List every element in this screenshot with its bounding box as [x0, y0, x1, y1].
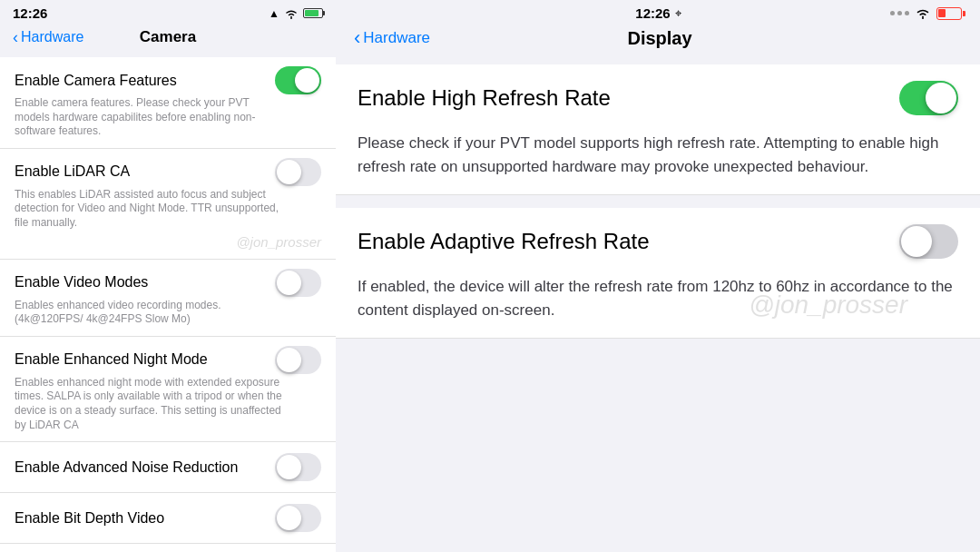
nav-bar-right: ‹ Hardware Display — [336, 25, 980, 57]
toggle-thumb-2 — [277, 271, 301, 295]
feature-label-0: Enable High Refresh Rate — [358, 85, 611, 111]
item-desc-1: This enables LiDAR assisted auto focus a… — [15, 188, 321, 231]
left-panel: 12:26 ▲ ‹ Hardware Camera — [0, 0, 336, 552]
list-item: Enable Camera Features Enable camera fea… — [0, 57, 336, 149]
item-label-1: Enable LiDAR CA — [15, 163, 130, 180]
list-item: Enable Advanced Noise Reduction — [0, 442, 336, 493]
location-icon: ⌖ — [675, 6, 681, 21]
toggle-high-refresh[interactable] — [899, 81, 958, 115]
item-label-3: Enable Enhanced Night Mode — [15, 351, 208, 368]
signal-dots — [890, 11, 909, 15]
spacer-between-features — [336, 197, 980, 208]
status-bar-left: 12:26 ▲ — [0, 0, 336, 25]
toggle-adaptive-refresh[interactable] — [899, 224, 958, 259]
item-desc-3: Enables enhanced night mode with extende… — [15, 376, 321, 432]
chevron-left-icon: ‹ — [13, 28, 18, 47]
feature-label-1: Enable Adaptive Refresh Rate — [358, 229, 650, 254]
right-content: Enable High Refresh Rate Please check if… — [336, 64, 980, 552]
feature-desc-1: If enabled, the device will alter the re… — [336, 275, 980, 339]
list-item: Enable Video Modes Enables enhanced vide… — [0, 260, 336, 337]
feature-card-0: Enable High Refresh Rate Please check if… — [336, 64, 980, 195]
dot-2 — [897, 11, 902, 15]
status-icons-right — [890, 7, 962, 20]
toggle-night-mode[interactable] — [275, 346, 321, 374]
toggle-noise-reduction[interactable] — [275, 453, 321, 481]
back-label-right: Hardware — [363, 29, 430, 47]
toggle-camera-features[interactable] — [275, 66, 321, 94]
page-title-left: Camera — [140, 28, 196, 46]
item-label-2: Enable Video Modes — [15, 274, 148, 291]
list-item: Enable Bit Depth Video — [0, 493, 336, 544]
feature-row-0: Enable High Refresh Rate — [336, 64, 980, 132]
battery-icon-right — [936, 7, 962, 20]
status-icons-left: ▲ — [269, 7, 323, 20]
item-label-0: Enable Camera Features — [15, 73, 177, 89]
list-item: Enable Enhanced Night Mode Enables enhan… — [0, 337, 336, 442]
watermark-left: @jon_prosser — [15, 234, 321, 250]
time-right: 12:26 — [635, 5, 670, 21]
right-panel: 12:26 ⌖ ‹ Hardware Display — [336, 0, 980, 552]
top-spacer — [336, 57, 980, 64]
back-label-left: Hardware — [21, 29, 83, 45]
list-item: Enable LiDAR CA This enables LiDAR assis… — [0, 149, 336, 260]
toggle-thumb-3 — [277, 348, 301, 372]
feature-card-1: Enable Adaptive Refresh Rate If enabled,… — [336, 208, 980, 339]
toggle-bit-depth[interactable] — [275, 504, 321, 532]
back-button-right[interactable]: ‹ Hardware — [354, 26, 430, 50]
toggle-large-thumb-0 — [926, 83, 956, 113]
page-title-right: Display — [430, 28, 962, 49]
toggle-large-thumb-1 — [901, 226, 932, 257]
item-desc-2: Enables enhanced video recording modes. … — [15, 299, 321, 327]
toggle-thumb-4 — [277, 455, 301, 479]
time-left: 12:26 — [13, 5, 47, 21]
list-item: Enable Zoom Capabilites — [0, 544, 336, 552]
battery-fill-right — [938, 9, 946, 17]
toggle-video-modes[interactable] — [275, 269, 321, 297]
chevron-right-back-icon: ‹ — [354, 26, 360, 50]
settings-section: Enable Camera Features Enable camera fea… — [0, 57, 336, 552]
wifi-icon-right — [915, 7, 931, 19]
status-bar-right: 12:26 ⌖ — [336, 0, 980, 25]
settings-list: Enable Camera Features Enable camera fea… — [0, 52, 336, 552]
item-desc-0: Enable camera features. Please check you… — [15, 96, 321, 139]
back-button-left[interactable]: ‹ Hardware — [13, 28, 83, 47]
signal-icon: ▲ — [269, 7, 279, 20]
toggle-thumb-5 — [277, 506, 301, 530]
toggle-lidar-ca[interactable] — [275, 158, 321, 186]
dot-3 — [905, 11, 909, 15]
wifi-icon-left — [284, 8, 299, 19]
item-label-5: Enable Bit Depth Video — [15, 510, 164, 527]
dot-1 — [890, 11, 895, 15]
toggle-thumb-0 — [295, 68, 319, 93]
toggle-thumb-1 — [277, 160, 301, 184]
item-label-4: Enable Advanced Noise Reduction — [15, 459, 238, 476]
feature-desc-0: Please check if your PVT model supports … — [336, 132, 980, 195]
feature-row-1: Enable Adaptive Refresh Rate — [336, 208, 980, 275]
battery-small-left — [303, 8, 323, 18]
nav-bar-left: ‹ Hardware Camera — [0, 25, 336, 52]
